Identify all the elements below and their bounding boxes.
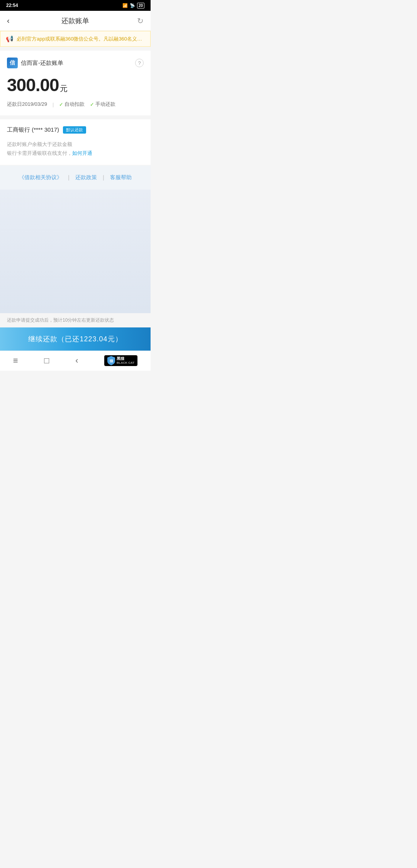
- wifi-icon: 📡: [130, 3, 135, 8]
- status-icons: 📶 📡 20: [122, 3, 144, 8]
- blackcat-watermark: 猫 黑猫 BLACK CAT: [104, 355, 137, 366]
- check-icon-2: ✓: [90, 102, 94, 107]
- customer-service-link[interactable]: 客服帮助: [110, 174, 132, 181]
- info-row: 还款日2019/03/29 | ✓ 自动扣款 ✓ 手动还款: [7, 101, 144, 108]
- bank-section: 工商银行 (**** 3017) 默认还款 还款时账户余额大于还款金额 银行卡需…: [0, 119, 151, 165]
- status-bar: 22:54 📶 📡 20: [0, 0, 151, 11]
- bank-note-1: 还款时账户余额大于还款金额: [7, 140, 144, 149]
- service-title-row: 信 信而富-还款账单 ?: [7, 58, 144, 68]
- bottom-notice: 还款申请提交成功后，预计10分钟左右更新还款状态: [0, 313, 151, 327]
- manual-pay-label: 手动还款: [95, 101, 115, 108]
- banner-text: 必到官方app或联系融360微信公众号。凡以融360名义催收的…: [17, 36, 145, 42]
- back-nav-button[interactable]: ‹: [75, 356, 78, 366]
- amount-row: 300.00元: [7, 75, 144, 95]
- help-button[interactable]: ?: [135, 59, 144, 67]
- bottom-notice-text: 还款申请提交成功后，预计10分钟左右更新还款状态: [7, 317, 114, 323]
- blackcat-line1: 黑猫: [117, 356, 134, 361]
- battery-icon: 20: [137, 3, 144, 8]
- check-icon-1: ✓: [59, 102, 63, 107]
- link-sep-2: ｜: [101, 174, 106, 181]
- auto-deduct-label: 自动扣款: [64, 101, 85, 108]
- bank-name: 工商银行 (**** 3017): [7, 126, 59, 134]
- bank-note-2: 银行卡需开通银联在线支付，如何开通: [7, 149, 144, 158]
- default-badge: 默认还款: [63, 126, 86, 134]
- refresh-button[interactable]: ↻: [131, 16, 144, 25]
- links-section: 《借款相关协议》 ｜ 还款政策 ｜ 客服帮助: [0, 166, 151, 190]
- service-name: 信而富-还款账单: [21, 59, 63, 67]
- home-nav-button[interactable]: □: [44, 356, 49, 366]
- loan-agreement-link[interactable]: 《借款相关协议》: [19, 174, 62, 181]
- link-sep-1: ｜: [66, 174, 71, 181]
- signal-icon: 📶: [122, 3, 128, 8]
- amount-unit: 元: [60, 84, 68, 93]
- header: ‹ 还款账单 ↻: [0, 11, 151, 31]
- manual-pay-item: ✓ 手动还款: [90, 101, 115, 108]
- menu-nav-button[interactable]: ≡: [13, 356, 18, 366]
- empty-area: [0, 190, 151, 313]
- amount-value: 300.00: [7, 75, 59, 95]
- auto-deduct-item: ✓ 自动扣款: [59, 101, 85, 108]
- divider1: |: [53, 102, 54, 107]
- back-button[interactable]: ‹: [7, 16, 19, 25]
- page-title: 还款账单: [61, 16, 89, 25]
- blackcat-line2: BLACK CAT: [117, 361, 134, 365]
- blackcat-shield-icon: 猫: [107, 356, 115, 365]
- bank-notes: 还款时账户余额大于还款金额 银行卡需开通银联在线支付，如何开通: [7, 140, 144, 158]
- bottom-nav: ≡ □ ‹ 猫 黑猫 BLACK CAT: [0, 351, 151, 371]
- service-title-left: 信 信而富-还款账单: [7, 58, 63, 68]
- continue-repay-button[interactable]: 继续还款（已还1223.04元）: [0, 327, 151, 351]
- due-date: 还款日2019/03/29: [7, 101, 47, 108]
- bank-note-2-text: 银行卡需开通银联在线支付，: [7, 150, 72, 156]
- banner-icon: 📢: [6, 35, 14, 42]
- how-to-activate-link[interactable]: 如何开通: [72, 150, 92, 156]
- blackcat-text: 黑猫 BLACK CAT: [117, 356, 134, 365]
- svg-text:猫: 猫: [109, 359, 114, 363]
- card-section: 信 信而富-还款账单 ? 300.00元 还款日2019/03/29 | ✓ 自…: [0, 51, 151, 115]
- repayment-policy-link[interactable]: 还款政策: [75, 174, 97, 181]
- status-time: 22:54: [6, 3, 18, 8]
- service-logo: 信: [7, 58, 18, 68]
- bank-row: 工商银行 (**** 3017) 默认还款: [7, 126, 144, 134]
- links-row: 《借款相关协议》 ｜ 还款政策 ｜ 客服帮助: [7, 174, 144, 181]
- notice-banner: 📢 必到官方app或联系融360微信公众号。凡以融360名义催收的…: [0, 31, 151, 47]
